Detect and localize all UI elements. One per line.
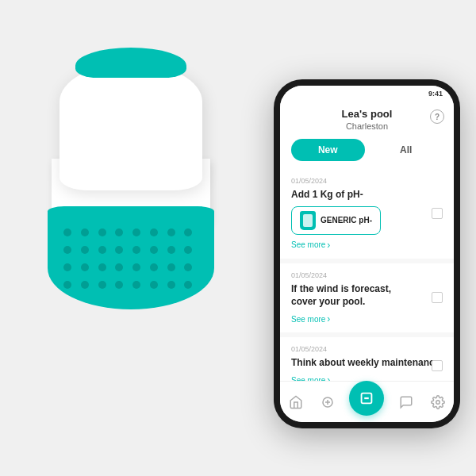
- status-bar: 9:41: [280, 86, 454, 102]
- notif-title-3: Think about weekly maintenance.: [291, 356, 443, 370]
- phone-mockup: 9:41 Lea's pool Charleston ? New All 01/…: [274, 79, 460, 428]
- product-chip: GENERIC pH-: [291, 206, 381, 235]
- tab-bar: New All: [280, 139, 454, 169]
- notif-title-1: Add 1 Kg of pH-: [291, 188, 443, 202]
- pool-location: Charleston: [291, 121, 443, 131]
- device-illustration: [24, 48, 238, 349]
- phone-screen: 9:41 Lea's pool Charleston ? New All 01/…: [280, 86, 454, 422]
- nav-settings-icon[interactable]: [428, 393, 447, 412]
- help-icon[interactable]: ?: [430, 109, 444, 124]
- notification-card-3: 01/05/2024 Think about weekly maintenanc…: [280, 337, 454, 381]
- notifications-list: 01/05/2024 Add 1 Kg of pH- GENERIC pH- S…: [280, 169, 454, 381]
- phone-frame: 9:41 Lea's pool Charleston ? New All 01/…: [274, 79, 460, 428]
- checkbox-3[interactable]: [432, 360, 443, 371]
- nav-pool-icon[interactable]: [318, 393, 337, 412]
- see-more-1[interactable]: See more: [291, 240, 443, 251]
- notification-card-1: 01/05/2024 Add 1 Kg of pH- GENERIC pH- S…: [280, 169, 454, 259]
- svg-point-3: [436, 400, 440, 404]
- app-header: Lea's pool Charleston ?: [280, 102, 454, 139]
- pool-name: Lea's pool: [291, 108, 443, 121]
- nav-messages-icon[interactable]: [397, 393, 416, 412]
- device-top-cap: [75, 48, 186, 78]
- bottom-nav: [280, 381, 454, 422]
- notif-title-2: If the wind is forecast,cover your pool.: [291, 282, 443, 309]
- product-label: GENERIC pH-: [321, 216, 372, 225]
- see-more-3[interactable]: See more: [291, 374, 443, 381]
- checkbox-1[interactable]: [432, 208, 443, 219]
- nav-home-icon[interactable]: [286, 393, 305, 412]
- notif-date-2: 01/05/2024: [291, 271, 443, 279]
- device-upper-body: [60, 63, 202, 190]
- product-icon: [300, 211, 316, 230]
- status-time: 9:41: [428, 90, 443, 98]
- notification-card-2: 01/05/2024 If the wind is forecast,cover…: [280, 263, 454, 333]
- notif-date-3: 01/05/2024: [291, 345, 443, 353]
- nav-scan-button[interactable]: [349, 381, 384, 416]
- notif-date-1: 01/05/2024: [291, 177, 443, 185]
- tab-new[interactable]: New: [291, 139, 365, 161]
- see-more-2[interactable]: See more: [291, 313, 443, 324]
- tab-all[interactable]: All: [370, 139, 443, 161]
- checkbox-2[interactable]: [432, 292, 443, 303]
- device-lower-body: [48, 206, 214, 309]
